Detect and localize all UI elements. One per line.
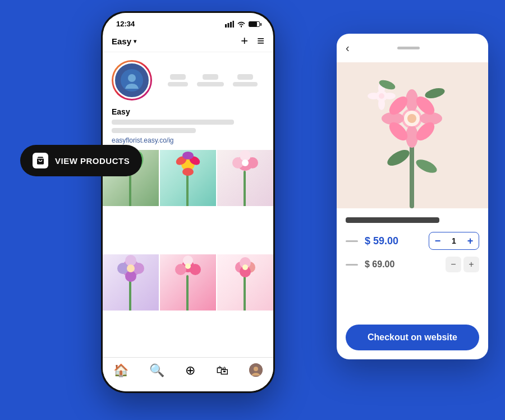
svg-rect-11	[186, 172, 189, 206]
svg-point-22	[242, 159, 249, 166]
shop-nav-icon[interactable]: 🛍	[216, 363, 228, 378]
menu-icon[interactable]: ≡	[257, 34, 264, 48]
grid-cell-2[interactable]	[160, 150, 216, 206]
shopping-bag-icon	[33, 153, 48, 168]
header-actions: + ≡	[241, 34, 264, 48]
home-nav-icon[interactable]: 🏠	[113, 363, 128, 378]
status-icons	[225, 21, 260, 28]
svg-rect-17	[244, 171, 246, 206]
flower-photo-3	[217, 150, 273, 206]
bottom-navigation: 🏠 🔍 ⊕ 🛍	[103, 357, 273, 391]
profile-section: Easy easyflorist.easy.co/ig	[103, 52, 273, 150]
svg-rect-23	[129, 277, 131, 311]
back-button[interactable]: ‹	[346, 42, 350, 54]
svg-rect-1	[225, 24, 227, 28]
svg-rect-36	[244, 275, 246, 311]
qty-control-2: − +	[446, 257, 479, 272]
qty-plus-button-1[interactable]: +	[462, 232, 479, 249]
profile-top	[112, 60, 264, 101]
svg-point-33	[190, 264, 201, 275]
drag-handle	[397, 47, 420, 49]
svg-point-35	[185, 263, 191, 269]
add-icon[interactable]: +	[241, 34, 248, 48]
qty-control-1: − 1 +	[429, 232, 479, 250]
svg-point-49	[406, 89, 418, 112]
svg-point-15	[182, 152, 194, 159]
flower-photo-2	[160, 150, 216, 206]
signal-icon	[225, 21, 234, 28]
svg-point-6	[128, 74, 136, 82]
svg-point-32	[175, 264, 186, 275]
qty-value-1: 1	[446, 236, 462, 245]
svg-point-29	[127, 264, 135, 272]
product-title-bar	[346, 217, 439, 223]
svg-point-62	[368, 93, 380, 99]
svg-rect-3	[230, 22, 232, 28]
price-row-2: $ 69.00 − +	[346, 257, 479, 272]
price-1: $ 59.00	[365, 235, 422, 247]
photo-grid	[103, 150, 273, 357]
flower-photo-5	[160, 254, 216, 311]
svg-point-58	[407, 114, 416, 123]
profile-desc-1	[112, 120, 234, 125]
svg-rect-30	[186, 275, 189, 311]
svg-point-64	[379, 93, 384, 99]
profile-desc-2	[112, 128, 196, 133]
profile-link[interactable]: easyflorist.easy.co/ig	[112, 136, 264, 144]
qty-minus-button-2[interactable]: −	[446, 257, 461, 272]
view-products-button[interactable]: VIEW PRODUCTS	[20, 145, 142, 176]
svg-point-63	[383, 93, 396, 99]
phone-screen: 12:34 Easy	[103, 13, 273, 391]
svg-rect-2	[228, 23, 229, 28]
phone-mockup: 12:34 Easy	[101, 11, 275, 393]
account-name[interactable]: Easy ▾	[112, 36, 136, 46]
product-image	[337, 62, 488, 208]
flower-photo-6	[217, 254, 273, 311]
battery-icon	[249, 21, 260, 27]
status-bar: 12:34	[103, 13, 273, 30]
svg-point-50	[406, 125, 418, 148]
checkout-button[interactable]: Checkout on website	[346, 325, 479, 350]
svg-point-61	[378, 98, 385, 110]
svg-point-16	[182, 168, 194, 176]
price-dash-2	[346, 264, 358, 266]
flower-photo-4	[103, 254, 159, 311]
avatar	[113, 62, 150, 99]
grid-cell-4[interactable]	[103, 254, 159, 311]
chevron-down-icon: ▾	[134, 38, 136, 44]
card-content: $ 59.00 − 1 + $ 69.00 − + Checkout on we…	[337, 208, 488, 359]
add-nav-icon[interactable]: ⊕	[185, 363, 195, 378]
search-nav-icon[interactable]: 🔍	[149, 363, 164, 378]
profile-name: Easy	[112, 107, 264, 116]
grid-cell-3[interactable]	[217, 150, 273, 206]
svg-point-43	[254, 367, 258, 371]
avatar-ring	[112, 60, 152, 101]
product-flower-art	[337, 62, 488, 208]
svg-rect-4	[233, 21, 235, 28]
price-2: $ 69.00	[365, 259, 439, 270]
svg-point-41	[242, 264, 248, 270]
product-card: ‹	[337, 34, 488, 359]
price-dash-1	[346, 240, 358, 242]
card-header: ‹	[337, 34, 488, 62]
instagram-header: Easy ▾ + ≡	[103, 30, 273, 52]
view-products-label: VIEW PRODUCTS	[55, 156, 130, 166]
grid-cell-5[interactable]	[160, 254, 216, 311]
grid-cell-6[interactable]	[217, 254, 273, 311]
qty-plus-button-2[interactable]: +	[463, 257, 479, 272]
avatar-photo-icon	[121, 69, 143, 92]
time: 12:34	[116, 20, 135, 28]
profile-stats	[161, 74, 264, 86]
price-row-1: $ 59.00 − 1 +	[346, 232, 479, 250]
profile-nav-avatar[interactable]	[249, 363, 263, 377]
wifi-icon	[237, 21, 246, 28]
qty-minus-button-1[interactable]: −	[429, 232, 446, 249]
